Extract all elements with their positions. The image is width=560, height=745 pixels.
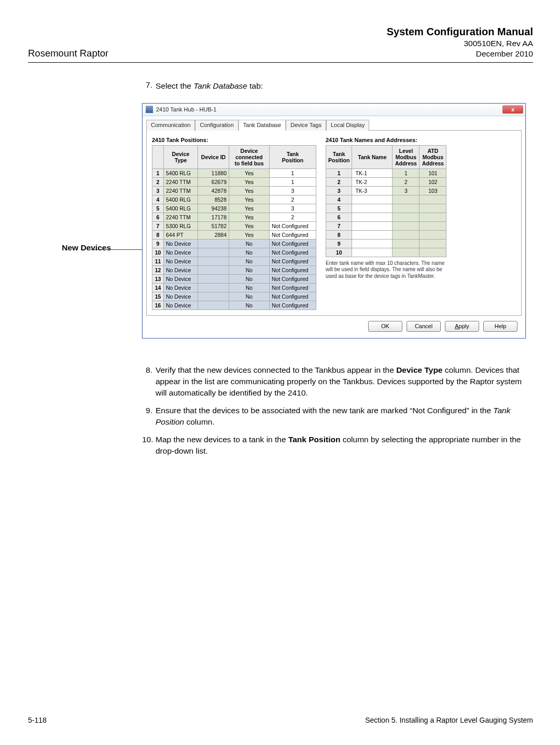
col-connected: Device connected to field bus <box>229 145 270 168</box>
table-row[interactable]: 22240 TTM62679Yes1 <box>152 177 316 186</box>
step-8: 8. Verify that the new devices connected… <box>142 364 533 399</box>
left-section-title: 2410 Tank Positions: <box>152 137 316 143</box>
table-row[interactable]: 11No DeviceNoNot Configured <box>152 257 316 265</box>
table-row[interactable]: 55400 RLG94238Yes3 <box>152 204 316 213</box>
table-row[interactable]: 2TK-22102 <box>326 177 446 186</box>
table-row[interactable]: 32240 TTM42878Yes3 <box>152 186 316 195</box>
step-7-num: 7. <box>142 80 156 92</box>
table-row[interactable]: 12No DeviceNoNot Configured <box>152 265 316 274</box>
new-devices-label: New Devices <box>33 243 111 252</box>
table-row[interactable]: 15400 RLG11880Yes1 <box>152 168 316 177</box>
help-text: Enter tank name with max 10 characters. … <box>326 260 445 280</box>
table-row[interactable]: 14No DeviceNoNot Configured <box>152 283 316 292</box>
step-7-text: Select the Tank Database tab: <box>156 80 533 92</box>
ok-button[interactable]: OK <box>368 321 402 332</box>
table-row[interactable]: 4 <box>326 195 446 204</box>
table-row[interactable]: 8644 PT2884YesNot Configured <box>152 230 316 239</box>
close-button[interactable]: x <box>502 105 523 114</box>
col-device-id: Device ID <box>198 145 229 168</box>
col-tank-position: Tank Position <box>326 145 352 168</box>
button-row: OK Cancel Apply Help <box>146 316 522 334</box>
tab-pane: 2410 Tank Positions: Device Type Device … <box>146 130 522 316</box>
step-7-before: Select the <box>156 81 193 90</box>
tab-tank-database[interactable]: Tank Database <box>239 120 286 131</box>
tab-local-display[interactable]: Local Display <box>326 120 369 131</box>
header-docno: 300510EN, Rev AA <box>387 38 533 49</box>
apply-button[interactable]: Apply <box>445 321 479 332</box>
step-10-num: 10. <box>142 434 156 457</box>
close-icon: x <box>511 106 514 113</box>
header-title: System Configuration Manual <box>387 25 533 38</box>
step-10: 10. Map the new devices to a tank in the… <box>142 434 533 457</box>
page-footer: 5-118 Section 5. Installing a Raptor Lev… <box>28 716 533 724</box>
step-9-num: 9. <box>142 405 156 428</box>
table-row[interactable]: 8 <box>326 230 446 239</box>
dialog-window: 2410 Tank Hub - HUB-1 x Communication Co… <box>142 103 526 339</box>
table-row[interactable]: 16No DeviceNoNot Configured <box>152 301 316 310</box>
col-device-type: Device Type <box>164 145 198 168</box>
footer-right: Section 5. Installing a Raptor Level Gau… <box>365 716 533 724</box>
window-icon <box>146 106 153 113</box>
step-7: 7. Select the Tank Database tab: <box>142 80 533 92</box>
col-atd-modbus: ATD Modbus Address <box>419 145 446 168</box>
table-row[interactable]: 62240 TTM17178Yes2 <box>152 213 316 221</box>
diagram: New Devices 2410 Tank Hub - HUB-1 x Comm… <box>33 103 533 339</box>
table-row[interactable]: 1TK-11101 <box>326 168 446 177</box>
table-row[interactable]: 6 <box>326 213 446 221</box>
tab-device-tags[interactable]: Device Tags <box>286 120 326 131</box>
step-8-num: 8. <box>142 364 156 399</box>
step-7-italic: Tank Database <box>193 81 247 90</box>
col-tank-name: Tank Name <box>352 145 393 168</box>
header-right: System Configuration Manual 300510EN, Re… <box>387 25 533 59</box>
step-9: 9. Ensure that the devices to be associa… <box>142 405 533 428</box>
titlebar[interactable]: 2410 Tank Hub - HUB-1 x <box>143 104 525 116</box>
header-left: Rosemount Raptor <box>28 48 108 59</box>
tab-communication[interactable]: Communication <box>146 120 195 131</box>
right-section-title: 2410 Tank Names and Addresses: <box>326 137 446 143</box>
help-button[interactable]: Help <box>483 321 517 332</box>
step-7-after: tab: <box>247 81 263 90</box>
table-row[interactable]: 13No DeviceNoNot Configured <box>152 274 316 283</box>
table-row[interactable]: 3TK-33103 <box>326 186 446 195</box>
tank-positions-table: Device Type Device ID Device connected t… <box>152 145 316 310</box>
page-header: Rosemount Raptor System Configuration Ma… <box>28 25 533 63</box>
body-text: 8. Verify that the new devices connected… <box>142 364 533 457</box>
header-date: December 2010 <box>387 49 533 59</box>
cancel-button[interactable]: Cancel <box>407 321 441 332</box>
table-row[interactable]: 9 <box>326 239 446 248</box>
table-row[interactable]: 7 <box>326 221 446 230</box>
tab-configuration[interactable]: Configuration <box>195 120 238 131</box>
table-row[interactable]: 15No DeviceNoNot Configured <box>152 292 316 301</box>
table-row[interactable]: 5 <box>326 204 446 213</box>
table-row[interactable]: 9No DeviceNoNot Configured <box>152 239 316 248</box>
window-title: 2410 Tank Hub - HUB-1 <box>156 106 217 113</box>
col-position: Tank Position <box>270 145 316 168</box>
footer-left: 5-118 <box>28 716 47 724</box>
table-row[interactable]: 45400 RLG8528Yes2 <box>152 195 316 204</box>
table-row[interactable]: 10 <box>326 248 446 257</box>
tank-names-table: Tank Position Tank Name Level Modbus Add… <box>326 145 446 257</box>
tab-strip: Communication Configuration Tank Databas… <box>146 119 522 130</box>
col-level-modbus: Level Modbus Address <box>393 145 419 168</box>
table-row[interactable]: 10No DeviceNoNot Configured <box>152 248 316 257</box>
table-row[interactable]: 75300 RLG51782YesNot Configured <box>152 221 316 230</box>
